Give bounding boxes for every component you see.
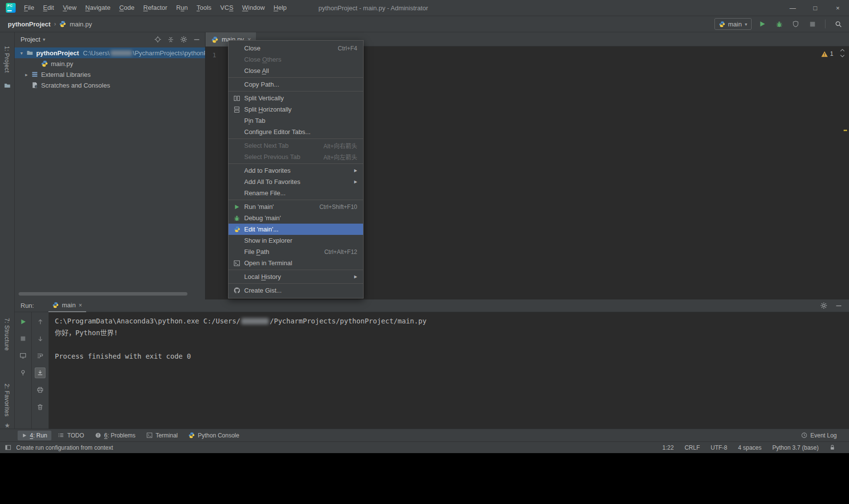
debug-button[interactable] — [773, 18, 785, 30]
menu-code[interactable]: Code — [115, 0, 139, 16]
menu-item-run-main[interactable]: Run 'main' Ctrl+Shift+F10 — [229, 201, 363, 212]
tool-button-project[interactable]: 1: Project — [3, 46, 10, 73]
caret-position[interactable]: 1:22 — [663, 444, 674, 451]
python-file-icon — [41, 60, 48, 67]
menu-item-add-to-favorites[interactable]: Add to Favorites ▶ — [229, 165, 363, 176]
menu-item-close[interactable]: Close Ctrl+F4 — [229, 43, 363, 54]
tool-button-terminal[interactable]: Terminal — [142, 431, 182, 440]
tree-item-name: main.py — [51, 60, 73, 68]
menu-item-split-vertically[interactable]: Split Vertically — [229, 92, 363, 104]
menu-item-copy-path[interactable]: Copy Path... — [229, 79, 363, 90]
close-icon[interactable]: × — [79, 302, 82, 309]
menu-item-local-history[interactable]: Local History ▶ — [229, 271, 363, 282]
tool-button-favorites[interactable]: 2: Favorites — [3, 384, 10, 417]
line-separator-indicator[interactable]: CRLF — [685, 444, 700, 451]
favorites-star-icon[interactable]: ★ — [4, 422, 10, 429]
left-tool-strip: 1: Project 7: Structure 2: Favorites ★ — [0, 32, 15, 429]
tool-button-python-console[interactable]: Python Console — [184, 431, 244, 440]
terminal-icon — [146, 432, 153, 438]
run-panel-body: C:\ProgramData\Anaconda3\python.exe C:/U… — [15, 312, 849, 429]
menu-refactor[interactable]: Refactor — [139, 0, 172, 16]
gear-icon[interactable] — [180, 36, 187, 43]
tree-collapse-icon[interactable]: ▸ — [23, 72, 29, 77]
horizontal-scrollbar[interactable] — [19, 292, 187, 296]
run-configuration-select[interactable]: main ▾ — [714, 18, 752, 30]
menu-vcs[interactable]: VCS — [216, 0, 238, 16]
run-button[interactable] — [757, 18, 768, 30]
split-horizontally-icon — [232, 106, 242, 114]
menu-item-rename-file[interactable]: Rename File... — [229, 187, 363, 199]
indent-indicator[interactable]: 4 spaces — [738, 444, 761, 451]
tool-window-toggle-icon[interactable] — [5, 444, 11, 451]
menu-separator — [229, 283, 363, 284]
coverage-button[interactable] — [790, 18, 802, 30]
run-tab-main[interactable]: main × — [48, 299, 86, 312]
soft-wrap-button[interactable] — [35, 350, 46, 361]
menu-item-file-path[interactable]: File Path Ctrl+Alt+F12 — [229, 246, 363, 257]
menu-item-close-all[interactable]: Close All — [229, 65, 363, 76]
inspections-widget[interactable]: 1 — [821, 50, 833, 57]
tree-row-main-py[interactable]: main.py — [15, 58, 205, 69]
lock-icon[interactable] — [829, 444, 835, 451]
chevron-down-icon: ▾ — [745, 22, 747, 27]
menu-edit[interactable]: Edit — [39, 0, 58, 16]
menu-help[interactable]: Help — [269, 0, 291, 16]
icon-spacer — [232, 128, 242, 136]
console-output-line: 你好，Python世界! — [55, 327, 849, 339]
menu-navigate[interactable]: Navigate — [81, 0, 115, 16]
interpreter-indicator[interactable]: Python 3.7 (base) — [772, 444, 819, 451]
breadcrumb-file[interactable]: main.py — [69, 21, 92, 28]
close-window-button[interactable]: × — [826, 0, 849, 16]
menu-view[interactable]: View — [58, 0, 81, 16]
menu-item-debug-main[interactable]: Debug 'main' — [229, 212, 363, 224]
menu-window[interactable]: Window — [238, 0, 269, 16]
menu-item-create-gist[interactable]: Create Gist... — [229, 285, 363, 296]
menu-file[interactable]: File — [20, 0, 39, 16]
menu-item-add-all-to-favorites[interactable]: Add All To Favorites ▶ — [229, 176, 363, 187]
pin-button[interactable] — [18, 367, 28, 378]
clear-all-button[interactable] — [35, 402, 46, 412]
tree-row-scratches[interactable]: Scratches and Consoles — [15, 80, 205, 91]
menu-item-edit-main[interactable]: Edit 'main'... — [229, 224, 363, 235]
toolbar-divider — [825, 20, 826, 28]
menu-item-open-in-terminal[interactable]: Open in Terminal — [229, 257, 363, 269]
locate-file-icon[interactable] — [154, 36, 161, 43]
breadcrumb-project[interactable]: pythonProject — [8, 21, 50, 28]
menu-item-split-horizontally[interactable]: Split Horizontally — [229, 104, 363, 115]
tree-row-external-libraries[interactable]: ▸ External Libraries — [15, 69, 205, 80]
minimize-button[interactable]: — — [781, 0, 804, 16]
hide-panel-icon[interactable] — [835, 302, 842, 309]
tree-row-python-project[interactable]: ▾ pythonProject C:\Users\\PycharmProject… — [15, 47, 205, 58]
rerun-button[interactable] — [18, 316, 28, 327]
chevron-down-icon[interactable] — [840, 54, 845, 58]
tool-button-todo[interactable]: TODO — [53, 431, 88, 440]
menu-item-pin-tab[interactable]: Pin Tab — [229, 115, 363, 126]
hide-panel-icon[interactable] — [193, 36, 200, 43]
tool-button-structure[interactable]: 7: Structure — [3, 318, 10, 351]
tool-button-problems[interactable]: 6: Problems — [91, 431, 140, 440]
gear-icon[interactable] — [820, 302, 827, 309]
breadcrumb: pythonProject › main.py — [8, 21, 92, 28]
tree-expand-icon[interactable]: ▾ — [19, 50, 24, 56]
menu-separator — [229, 77, 363, 78]
tool-button-event-log[interactable]: Event Log — [797, 431, 841, 440]
encoding-indicator[interactable]: UTF-8 — [711, 444, 727, 451]
tool-button-run[interactable]: 4: Run — [18, 431, 51, 440]
menu-run[interactable]: Run — [172, 0, 192, 16]
menu-item-show-in-explorer[interactable]: Show in Explorer — [229, 235, 363, 246]
menu-item-configure-editor-tabs[interactable]: Configure Editor Tabs... — [229, 126, 363, 137]
print-button[interactable] — [35, 385, 46, 395]
restore-layout-button[interactable] — [18, 350, 28, 361]
collapse-all-icon[interactable] — [167, 36, 174, 43]
project-folder-icon[interactable] — [4, 82, 11, 89]
status-widgets: 1:22 CRLF UTF-8 4 spaces Python 3.7 (bas… — [663, 444, 835, 451]
tree-item-name: Scratches and Consoles — [41, 82, 110, 89]
maximize-button[interactable]: □ — [804, 0, 826, 16]
run-console[interactable]: C:\ProgramData\Anaconda3\python.exe C:/U… — [49, 312, 849, 429]
scroll-to-end-button[interactable] — [35, 367, 46, 378]
search-everywhere-button[interactable] — [832, 18, 844, 30]
chevron-up-icon[interactable] — [840, 48, 845, 52]
menu-tools[interactable]: Tools — [192, 0, 216, 16]
chevron-down-icon[interactable]: ▾ — [43, 37, 45, 42]
project-panel-title[interactable]: Project — [21, 36, 40, 43]
